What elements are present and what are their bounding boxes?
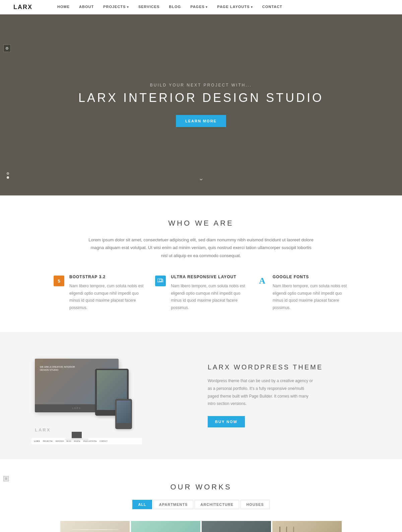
- svg-rect-1: [159, 279, 162, 281]
- who-section-description: Lorem ipsum dolor sit amet, consectetuer…: [87, 236, 315, 259]
- mockup-visual: WE ARE A CREATIVE INTERIOR DESIGN STUDIO…: [35, 359, 135, 432]
- nav-link-home[interactable]: HOME: [53, 0, 74, 14]
- hero-subtitle: BUILD YOUR NEXT PROJECT WITH...: [78, 83, 324, 87]
- settings-button[interactable]: ⚙: [3, 45, 11, 52]
- works-filter-bar: ALL APARTMENTS ARCHITECTURE HOUSES: [13, 500, 389, 509]
- nav-item-page-layouts[interactable]: PAGE LAYOUTS: [212, 0, 257, 14]
- navbar: LARX HOME About PROJECTS SERVICES BLOG P…: [0, 0, 402, 14]
- hero-cta-button[interactable]: LEARN MORE: [176, 115, 226, 127]
- nav-item-about[interactable]: About: [74, 0, 98, 14]
- feature-google-fonts-content: GOOGLE FONTS Nam libero tempore, cum sol…: [273, 275, 348, 311]
- nav-link-page-layouts[interactable]: PAGE LAYOUTS: [212, 0, 257, 14]
- nav-link-services[interactable]: SERVICES: [134, 0, 164, 14]
- feature-responsive-content: ULTRA RESPONSIVE LAYOUT Nam libero tempo…: [171, 275, 247, 311]
- nav-item-home[interactable]: HOME: [53, 0, 74, 14]
- work-item-2[interactable]: [131, 521, 200, 532]
- feature-responsive-text: Nam libero tempore, cum soluta nobis est…: [171, 283, 247, 311]
- features-grid: 5 BOOTSTRAP 3.2 Nam libero tempore, cum …: [54, 275, 348, 311]
- work-item-2-inner: [131, 521, 200, 532]
- hero-slide-indicators-left: [7, 172, 9, 179]
- buy-now-button[interactable]: BUY NOW: [208, 416, 245, 427]
- nav-link-about[interactable]: About: [74, 0, 98, 14]
- mockup-navbar-overlay: LARX PROJECTS▾ SERVICES BLOG PAGES▾ PAGE…: [31, 438, 142, 444]
- mockup-brand-label: LARX: [35, 427, 51, 432]
- nav-link-contact[interactable]: CONTACT: [258, 0, 287, 14]
- nav-item-contact[interactable]: CONTACT: [258, 0, 287, 14]
- work-item-1-inner: [60, 521, 130, 532]
- wordpress-description: Wordpress theme that can be used by a cr…: [208, 377, 315, 408]
- wordpress-mockup: WE ARE A CREATIVE INTERIOR DESIGN STUDIO…: [8, 352, 201, 439]
- work-item-4[interactable]: [272, 521, 342, 532]
- nav-link-projects[interactable]: PROJECTS: [98, 0, 134, 14]
- wordpress-title: LARX WORDPRESS THEME: [208, 363, 374, 371]
- feature-bootstrap: 5 BOOTSTRAP 3.2 Nam libero tempore, cum …: [54, 275, 145, 311]
- mockup-monitor-brand: LARX: [72, 407, 81, 409]
- hero-title: LARX INTERIOR DESIGN STUDIO: [78, 91, 324, 105]
- scroll-down-arrow[interactable]: ⌄: [198, 174, 204, 182]
- hero-section: ⚙ BUILD YOUR NEXT PROJECT WITH... LARX I…: [0, 14, 402, 195]
- nav-item-projects[interactable]: PROJECTS: [98, 0, 134, 14]
- feature-bootstrap-text: Nam libero tempore, cum soluta nobis est…: [69, 283, 145, 311]
- nav-menu: HOME About PROJECTS SERVICES BLOG PAGES …: [53, 0, 287, 14]
- wordpress-section: WE ARE A CREATIVE INTERIOR DESIGN STUDIO…: [0, 332, 402, 459]
- work-item-4-inner: [272, 521, 342, 532]
- works-section-title: OUR WORKS: [13, 483, 389, 491]
- filter-architecture-button[interactable]: ARCHITECTURE: [195, 500, 239, 509]
- work-item-3-inner: [202, 521, 271, 532]
- filter-houses-button[interactable]: HOUSES: [241, 500, 269, 509]
- our-works-section: ⚙ OUR WORKS ALL APARTMENTS ARCHITECTURE …: [0, 459, 402, 532]
- responsive-icon: [155, 276, 166, 286]
- works-grid: [60, 521, 342, 532]
- work-item-1[interactable]: [60, 521, 130, 532]
- bootstrap-icon: 5: [54, 276, 64, 286]
- brand-logo[interactable]: LARX: [7, 4, 39, 11]
- nav-link-pages[interactable]: PAGES: [186, 0, 212, 14]
- hero-content: BUILD YOUR NEXT PROJECT WITH... LARX INT…: [78, 83, 324, 127]
- feature-bootstrap-content: BOOTSTRAP 3.2 Nam libero tempore, cum so…: [69, 275, 145, 311]
- nav-link-blog[interactable]: BLOG: [164, 0, 186, 14]
- feature-google-fonts-title: GOOGLE FONTS: [273, 275, 348, 279]
- mockup-monitor-text: WE ARE A CREATIVE INTERIOR DESIGN STUDIO: [40, 365, 75, 372]
- nav-item-services[interactable]: SERVICES: [134, 0, 164, 14]
- nav-item-blog[interactable]: BLOG: [164, 0, 186, 14]
- works-settings-icon[interactable]: ⚙: [3, 476, 9, 481]
- mockup-phone-screen: [117, 401, 131, 423]
- filter-apartments-button[interactable]: APARTMENTS: [153, 500, 194, 509]
- feature-google-fonts-text: Nam libero tempore, cum soluta nobis est…: [273, 283, 348, 311]
- feature-bootstrap-title: BOOTSTRAP 3.2: [69, 275, 145, 279]
- nav-item-pages[interactable]: PAGES: [186, 0, 212, 14]
- mockup-stand: [72, 432, 82, 438]
- google-fonts-icon: A: [257, 276, 268, 286]
- mockup-phone: [115, 399, 132, 429]
- slide-dot-2[interactable]: [7, 176, 9, 179]
- who-section-title: WHO WE ARE: [13, 219, 389, 228]
- feature-responsive-title: ULTRA RESPONSIVE LAYOUT: [171, 275, 247, 279]
- who-we-are-section: WHO WE ARE Lorem ipsum dolor sit amet, c…: [0, 195, 402, 332]
- feature-google-fonts: A GOOGLE FONTS Nam libero tempore, cum s…: [257, 275, 348, 311]
- slide-dot-1[interactable]: [7, 172, 9, 175]
- feature-responsive: ULTRA RESPONSIVE LAYOUT Nam libero tempo…: [155, 275, 247, 311]
- wordpress-content: LARX WORDPRESS THEME Wordpress theme tha…: [201, 357, 394, 434]
- filter-all-button[interactable]: ALL: [132, 500, 152, 509]
- work-item-3[interactable]: [202, 521, 271, 532]
